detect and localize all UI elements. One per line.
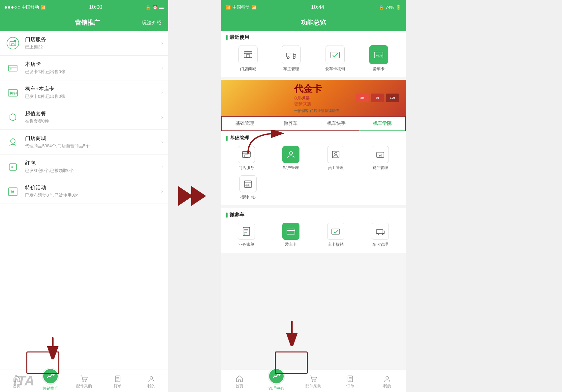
wei-section: 微养车 $ 业务账单 (221, 208, 406, 253)
svg-point-0 (7, 37, 19, 49)
mgmt-label-right: 管理中心 (268, 386, 284, 391)
basic-customer-icon (282, 146, 299, 163)
tab-academy[interactable]: 枫车学院 (359, 117, 405, 131)
recent-title: 最近使用 (230, 34, 249, 41)
mall-title: 门店商城 (25, 135, 161, 142)
arrow-down-right (282, 320, 302, 348)
wei-bill[interactable]: $ 业务账单 (226, 223, 266, 247)
svg-point-60 (279, 374, 281, 375)
tab-fengche[interactable]: 枫车快手 (313, 117, 359, 131)
svg-rect-55 (376, 230, 383, 234)
wei-cardverify-label: 车卡核销 (328, 242, 344, 247)
svg-text:枫车+: 枫车+ (10, 91, 17, 95)
svg-point-62 (314, 380, 316, 382)
bottom-cart-right[interactable]: 配件采购 (295, 373, 332, 389)
basic-employee[interactable]: 员工管理 (316, 146, 356, 171)
wei-title: 微养车 (230, 212, 244, 218)
carrier-right: 中国移动 (233, 4, 250, 10)
order-icon-right (347, 375, 354, 382)
package-icon (5, 110, 20, 125)
svg-rect-54 (332, 229, 340, 234)
cart-label-right: 配件采购 (305, 383, 321, 389)
bottom-order-left[interactable]: 订单 (101, 373, 135, 389)
mall-text: 门店商城 代理商品5984个,门店自营商品5个 (25, 135, 161, 149)
left-phone: 中国移动 📶 10:00 🔒 ⏰ ▬ 营销推广 玩法介绍 🔧 (0, 0, 168, 392)
recent-icons: 门店商城 车主管理 (226, 45, 400, 72)
banner-content: 代金卡 8月枫暴 强势来袭 一招锁客 门店业绩持续翻倍 (288, 83, 339, 113)
tab-basic[interactable]: 基础管理 (222, 117, 267, 131)
bottom-marketing-left[interactable]: 营销推广 (34, 371, 67, 391)
bottom-user-left[interactable]: 我的 (135, 373, 168, 389)
banner-main-text: 代金卡 (294, 83, 322, 95)
svg-marker-25 (191, 186, 206, 206)
list-item-mall[interactable]: 门店商城 代理商品5984个,门店自营商品5个 › (0, 130, 168, 154)
mall-arrow: › (161, 139, 163, 145)
carrier-left: 中国移动 (22, 4, 39, 10)
order-label-right: 订单 (346, 383, 354, 389)
recent-store[interactable]: 门店商城 (238, 45, 258, 72)
wei-cardverify[interactable]: 车卡核销 (316, 223, 356, 247)
basic-assets[interactable]: ¥0 资产管理 (360, 146, 401, 171)
svg-rect-29 (287, 53, 293, 57)
dot4 (15, 6, 17, 9)
list-item-store[interactable]: 🔧 门店服务 已上架22 › (0, 31, 168, 56)
time-left: 10:00 (89, 4, 102, 10)
middle-arrow (168, 180, 221, 212)
bottom-cart-left[interactable]: 配件采购 (67, 373, 101, 389)
svg-text:¥0: ¥0 (378, 154, 382, 157)
ita-label: iTA (13, 373, 35, 389)
marketing-circle (42, 368, 59, 385)
alarm-icon: ⏰ (152, 5, 158, 10)
recent-carcard-label: 爱车卡 (373, 66, 385, 72)
svg-text:¥: ¥ (11, 165, 13, 169)
user-label-right: 我的 (383, 383, 391, 389)
mgmt-circle (268, 368, 285, 385)
redpacket-arrow: › (161, 164, 163, 170)
wifi-icon: 📶 (41, 5, 46, 10)
right-status-left: 📶 中国移动 📶 (226, 4, 257, 10)
card-title: 本店卡 (25, 61, 161, 68)
basic-customer-label: 客户管理 (283, 165, 299, 171)
tab-wei[interactable]: 微养车 (267, 117, 313, 131)
basic-employee-icon (327, 146, 344, 163)
bottom-order-right[interactable]: 订单 (332, 373, 369, 389)
right-phone: 📶 中国移动 📶 10:44 🔒 74% 🔋 功能总览 最近使用 (221, 0, 406, 392)
recent-truck[interactable]: 车主管理 (282, 45, 301, 72)
special-icon: 特 (5, 184, 20, 199)
bottom-user-right[interactable]: 我的 (369, 373, 406, 389)
recent-carcard[interactable]: 爱车卡 爱车卡 (369, 45, 388, 72)
order-label-left: 订单 (114, 383, 122, 389)
lock-icon: 🔒 (145, 5, 151, 10)
wei-cardmgmt[interactable]: 车卡管理 (360, 223, 401, 247)
store-sub: 已上架22 (25, 44, 161, 50)
list-item-redpacket[interactable]: ¥ 红包 已发红包0个,已被领取0个 › (0, 154, 168, 179)
list-item-package[interactable]: 超值套餐 在售套餐0种 › (0, 105, 168, 130)
card-text: 本店卡 已发卡1种,已出售0张 (25, 61, 161, 75)
basic-welfare[interactable]: 福利 福利中心 (226, 175, 270, 200)
package-arrow: › (161, 114, 163, 120)
package-text: 超值套餐 在售套餐0种 (25, 110, 161, 124)
svg-text:福利: 福利 (245, 184, 250, 186)
left-nav-action[interactable]: 玩法介绍 (142, 20, 162, 26)
svg-text:¥: ¥ (10, 68, 12, 70)
dot3 (11, 6, 14, 9)
wei-carcard[interactable]: 爱车卡 (271, 223, 311, 247)
fengche-title: 枫车+本店卡 (25, 86, 161, 93)
list-item-special[interactable]: 特 特价活动 已发布活动0个,已被使用0次 › (0, 179, 168, 204)
recent-bar (226, 35, 228, 40)
svg-rect-27 (246, 55, 250, 58)
wei-cardverify-icon (327, 223, 344, 240)
bottom-mgmt-right[interactable]: 管理中心 (258, 371, 295, 391)
special-arrow: › (161, 188, 163, 194)
list-item-fengche[interactable]: 枫车+ 枫车+本店卡 已发卡0种,已出售0张 › (0, 80, 168, 105)
signal-right: 📶 (226, 5, 231, 10)
time-right: 10:44 (311, 4, 324, 10)
card-arrow: › (161, 65, 163, 71)
list-item-card[interactable]: ¥ 本店卡 已发卡1种,已出售0张 › (0, 56, 168, 80)
recent-cardcheck[interactable]: 爱车卡核销 (325, 45, 345, 72)
bottom-home-right[interactable]: 首页 (221, 373, 258, 389)
svg-point-41 (334, 153, 337, 155)
basic-assets-icon: ¥0 (372, 146, 389, 163)
svg-point-23 (150, 377, 153, 379)
banner-desc: 一招锁客 门店业绩持续翻倍 (294, 108, 339, 113)
